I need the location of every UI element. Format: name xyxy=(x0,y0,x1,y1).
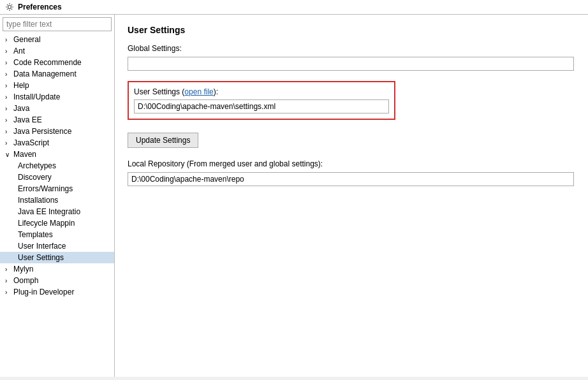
arrow-icon: › xyxy=(5,94,11,101)
arrow-icon: ∨ xyxy=(5,151,11,158)
sidebar-item-code-recommende[interactable]: ›Code Recommende xyxy=(0,57,114,68)
svg-point-0 xyxy=(8,6,11,9)
arrow-icon: › xyxy=(5,277,11,284)
sidebar-item-label: Java EE xyxy=(13,115,42,124)
sidebar-item-data-management[interactable]: ›Data Management xyxy=(0,68,114,80)
sidebar-item-maven[interactable]: ∨Maven xyxy=(0,149,114,160)
arrow-icon: › xyxy=(5,71,11,78)
user-settings-field[interactable] xyxy=(134,99,389,113)
sidebar-item-label: Lifecycle Mappin xyxy=(18,219,75,228)
sidebar-item-oomph[interactable]: ›Oomph xyxy=(0,275,114,286)
filter-input[interactable] xyxy=(3,17,112,31)
arrow-icon: › xyxy=(5,128,11,135)
open-file-link[interactable]: open file xyxy=(184,87,213,96)
window-title: Preferences xyxy=(18,3,62,11)
sidebar-item-errors-warnings[interactable]: Errors/Warnings xyxy=(0,183,114,194)
sidebar-item-label: Ant xyxy=(13,47,25,55)
sidebar-item-label: Java xyxy=(13,104,29,113)
arrow-icon: › xyxy=(5,289,11,296)
sidebar-item-label: Plug-in Developer xyxy=(13,288,74,296)
sidebar-item-java-ee[interactable]: ›Java EE xyxy=(0,114,114,126)
arrow-icon: › xyxy=(5,59,11,66)
update-settings-button[interactable]: Update Settings xyxy=(128,133,198,148)
sidebar-item-archetypes[interactable]: Archetypes xyxy=(0,160,114,172)
sidebar-item-lifecycle-mappin[interactable]: Lifecycle Mappin xyxy=(0,217,114,229)
sidebar-item-label: Code Recommende xyxy=(13,58,82,67)
arrow-icon: › xyxy=(5,140,11,147)
sidebar-item-general[interactable]: ›General xyxy=(0,34,114,45)
sidebar-item-discovery[interactable]: Discovery xyxy=(0,172,114,183)
sidebar-item-label: Install/Update xyxy=(13,92,60,101)
sidebar-item-label: Java EE Integratio xyxy=(18,207,80,216)
user-settings-label: User Settings (open file): xyxy=(134,87,389,96)
gear-icon xyxy=(5,3,14,11)
sidebar-item-user-interface[interactable]: User Interface xyxy=(0,240,114,252)
user-settings-box: User Settings (open file): xyxy=(128,81,395,120)
local-repo-field[interactable] xyxy=(128,172,574,186)
global-settings-field[interactable] xyxy=(128,57,574,71)
sidebar-item-java-ee-integratio[interactable]: Java EE Integratio xyxy=(0,206,114,217)
sidebar-item-label: Oomph xyxy=(13,276,38,285)
sidebar-item-label: Discovery xyxy=(18,173,52,182)
sidebar-item-label: Templates xyxy=(18,230,53,239)
sidebar-item-java-persistence[interactable]: ›Java Persistence xyxy=(0,126,114,137)
sidebar-item-help[interactable]: ›Help xyxy=(0,80,114,91)
tree: ›General›Ant›Code Recommende›Data Manage… xyxy=(0,34,114,377)
arrow-icon: › xyxy=(5,266,11,273)
sidebar: ›General›Ant›Code Recommende›Data Manage… xyxy=(0,15,115,377)
title-bar: Preferences xyxy=(0,0,588,15)
arrow-icon: › xyxy=(5,82,11,89)
sidebar-item-label: Data Management xyxy=(13,69,77,78)
sidebar-item-label: User Interface xyxy=(18,242,66,251)
content-area: User Settings Global Settings: User Sett… xyxy=(115,15,588,377)
sidebar-item-user-settings[interactable]: User Settings xyxy=(0,252,114,263)
sidebar-item-label: Archetypes xyxy=(18,161,56,170)
sidebar-item-label: Java Persistence xyxy=(13,127,71,136)
local-repo-label: Local Repository (From merged user and g… xyxy=(128,159,575,168)
sidebar-item-label: Errors/Warnings xyxy=(18,184,73,193)
sidebar-item-javascript[interactable]: ›JavaScript xyxy=(0,137,114,149)
sidebar-item-label: General xyxy=(13,35,41,44)
arrow-icon: › xyxy=(5,36,11,43)
sidebar-item-ant[interactable]: ›Ant xyxy=(0,45,114,57)
global-settings-label: Global Settings: xyxy=(128,44,575,53)
sidebar-item-label: Help xyxy=(13,81,29,90)
arrow-icon: › xyxy=(5,48,11,55)
sidebar-item-templates[interactable]: Templates xyxy=(0,229,114,240)
sidebar-item-label: User Settings xyxy=(18,253,64,262)
sidebar-item-label: Maven xyxy=(13,150,36,159)
page-title: User Settings xyxy=(128,25,575,35)
sidebar-item-label: Mylyn xyxy=(13,265,33,274)
sidebar-item-label: Installations xyxy=(18,196,58,205)
sidebar-item-mylyn[interactable]: ›Mylyn xyxy=(0,263,114,275)
sidebar-item-installations[interactable]: Installations xyxy=(0,194,114,206)
sidebar-item-label: JavaScript xyxy=(13,138,49,147)
sidebar-item-java[interactable]: ›Java xyxy=(0,103,114,114)
arrow-icon: › xyxy=(5,105,11,112)
arrow-icon: › xyxy=(5,117,11,124)
sidebar-item-install-update[interactable]: ›Install/Update xyxy=(0,91,114,103)
sidebar-item-plug-in-developer[interactable]: ›Plug-in Developer xyxy=(0,286,114,298)
